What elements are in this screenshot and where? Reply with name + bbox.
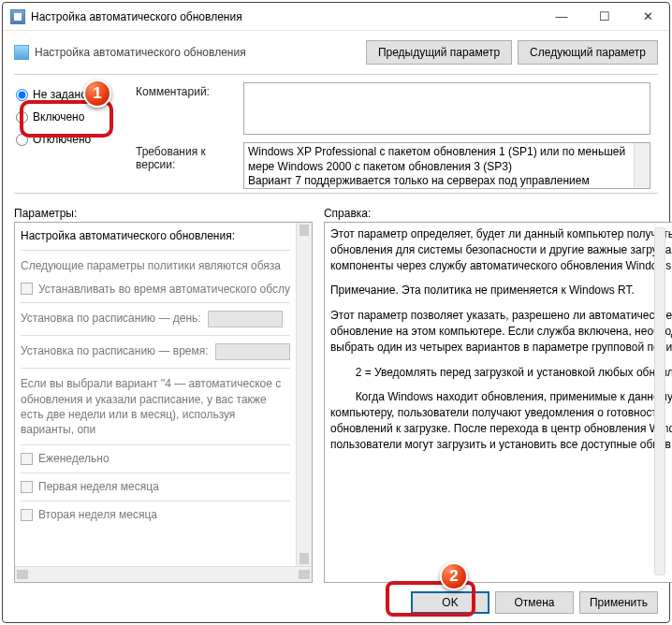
- checkbox-label: Первая неделя месяца: [38, 479, 159, 495]
- policy-title: Настройка автоматического обновления: [35, 46, 360, 59]
- requirements-row: Требования к версии: Windows XP Professi…: [136, 142, 658, 189]
- checkbox-label: Вторая неделя месяца: [38, 507, 157, 523]
- checkbox-icon: [21, 481, 33, 493]
- state-fields: Комментарий: Требования к версии: Window…: [136, 82, 658, 189]
- ok-button[interactable]: OK: [411, 591, 489, 614]
- radio-disabled-input[interactable]: [16, 134, 28, 146]
- divider: [14, 74, 658, 75]
- next-setting-button[interactable]: Следующий параметр: [518, 40, 658, 65]
- schedule-time-combo[interactable]: [215, 343, 290, 360]
- radio-enabled[interactable]: Включено: [14, 110, 136, 124]
- options-hscrollbar[interactable]: [15, 566, 312, 582]
- options-mandatory-line: Следующие параметры политики являются об…: [21, 258, 290, 274]
- help-label: Справка:: [324, 207, 672, 220]
- comment-label: Комментарий:: [136, 82, 243, 98]
- help-p2: Примечание. Эта политика не применяется …: [330, 283, 672, 298]
- radio-not-configured-label: Не задано: [33, 88, 87, 101]
- cancel-button[interactable]: Отмена: [495, 591, 574, 614]
- help-p3: Этот параметр позволяет указать, разреше…: [330, 308, 672, 355]
- comment-textarea[interactable]: [243, 82, 650, 135]
- requirements-box[interactable]: Windows XP Professional с пакетом обновл…: [243, 142, 650, 189]
- radio-enabled-label: Включено: [33, 110, 84, 124]
- divider: [14, 193, 658, 194]
- help-content: Этот параметр определяет, будет ли данны…: [325, 223, 672, 582]
- checkbox-icon: [21, 283, 33, 295]
- requirements-label: Требования к версии:: [136, 142, 243, 171]
- radio-enabled-input[interactable]: [16, 111, 28, 124]
- checkbox-weekly[interactable]: Еженедельно: [21, 451, 290, 467]
- requirements-text: Windows XP Professional с пакетом обновл…: [248, 145, 625, 187]
- state-radios: Не задано Включено Отключено: [14, 82, 136, 189]
- help-p4: 2 = Уведомлять перед загрузкой и установ…: [330, 365, 672, 381]
- checkbox-second-week[interactable]: Вторая неделя месяца: [21, 507, 290, 523]
- schedule-time-row: Установка по расписанию — время:: [21, 343, 290, 360]
- help-panel: Этот параметр определяет, будет ли данны…: [324, 222, 672, 583]
- policy-editor-window: Настройка автоматического обновления — ☐…: [2, 2, 670, 623]
- checkbox-install-during-maintenance[interactable]: Устанавливать во время автоматического о…: [21, 282, 290, 298]
- radio-disabled-label: Отключено: [33, 133, 91, 146]
- radio-not-configured-input[interactable]: [16, 89, 28, 101]
- options-header: Настройка автоматического обновления:: [21, 228, 290, 244]
- maximize-button[interactable]: ☐: [583, 3, 626, 31]
- comment-row: Комментарий:: [136, 82, 658, 135]
- help-p5: Когда Windows находит обновления, примен…: [330, 389, 672, 452]
- options-column: Параметры: Настройка автоматического обн…: [14, 207, 313, 583]
- radio-disabled[interactable]: Отключено: [14, 133, 136, 146]
- checkbox-icon: [21, 509, 33, 521]
- options-vscrollbar[interactable]: [296, 223, 312, 566]
- app-icon: [10, 9, 25, 24]
- radio-not-configured[interactable]: Не задано: [14, 88, 136, 101]
- schedule-day-combo[interactable]: [208, 311, 283, 327]
- checkbox-label: Устанавливать во время автоматического о…: [38, 282, 290, 298]
- schedule-day-label: Установка по расписанию — день:: [21, 312, 201, 326]
- checkbox-icon: [21, 453, 33, 465]
- annotation-badge-1: 1: [83, 80, 111, 108]
- titlebar: Настройка автоматического обновления — ☐…: [3, 3, 669, 31]
- help-column: Справка: Этот параметр определяет, будет…: [324, 207, 672, 583]
- apply-button[interactable]: Применить: [579, 591, 658, 614]
- minimize-button[interactable]: —: [540, 3, 583, 31]
- options-panel: Настройка автоматического обновления: Сл…: [14, 222, 313, 583]
- policy-icon: [14, 45, 29, 60]
- checkbox-label: Еженедельно: [38, 451, 110, 467]
- window-controls: — ☐ ✕: [540, 3, 669, 31]
- options-content: Настройка автоматического обновления: Сл…: [15, 223, 296, 566]
- window-title: Настройка автоматического обновления: [31, 10, 540, 23]
- previous-setting-button[interactable]: Предыдущий параметр: [366, 40, 512, 65]
- requirements-scrollbar[interactable]: [634, 143, 650, 188]
- annotation-badge-2: 2: [440, 562, 468, 590]
- options-label: Параметры:: [14, 207, 313, 220]
- checkbox-first-week[interactable]: Первая неделя месяца: [21, 479, 290, 495]
- help-p1: Этот параметр определяет, будет ли данны…: [330, 226, 672, 273]
- close-button[interactable]: ✕: [626, 3, 669, 31]
- schedule-time-label: Установка по расписанию — время:: [21, 345, 209, 358]
- window-outer-scrollbar[interactable]: [654, 227, 665, 575]
- middle-area: Параметры: Настройка автоматического обн…: [3, 201, 669, 583]
- schedule-day-row: Установка по расписанию — день:: [21, 311, 290, 327]
- dialog-footer: OK Отмена Применить: [3, 583, 669, 622]
- header-row: Настройка автоматического обновления Пре…: [3, 31, 669, 65]
- options-note: Если вы выбрали вариант "4 — автоматичес…: [21, 376, 290, 437]
